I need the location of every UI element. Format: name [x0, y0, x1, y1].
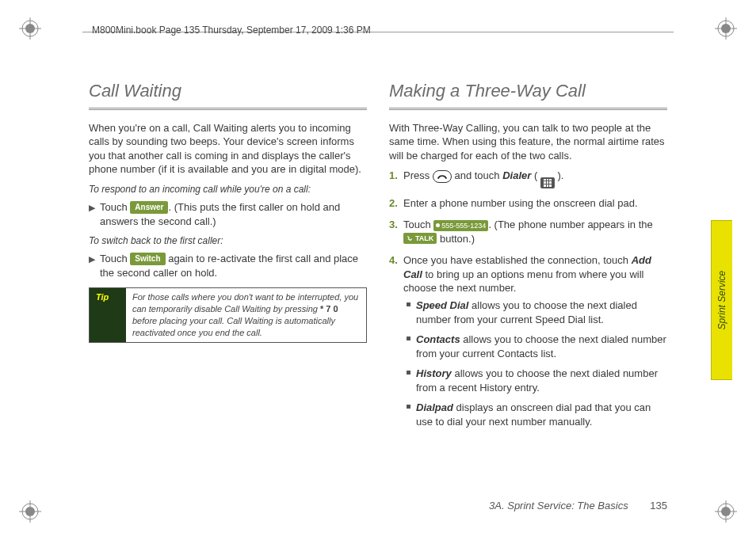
text: Touch: [403, 219, 433, 230]
options-list: Speed Dial allows you to choose the next…: [407, 299, 667, 428]
tip-text: For those calls where you don't want to …: [126, 288, 366, 341]
bullet-answer: ▶ Touch Answer. (This puts the first cal…: [89, 200, 367, 228]
left-column: Call Waiting When you're on a call, Call…: [89, 79, 367, 488]
option-dialpad: Dialpad displays an onscreen dial pad th…: [407, 401, 667, 428]
arrow-icon: ▶: [89, 252, 100, 280]
option-speed-dial: Speed Dial allows you to choose the next…: [407, 299, 667, 326]
text: Touch: [100, 253, 130, 264]
dial-number-button-graphic: 555-555-1234: [433, 220, 488, 231]
footer-section: 3A. Sprint Service: The Basics: [489, 500, 628, 511]
crop-mark-icon: [19, 17, 41, 40]
crop-mark-icon: [715, 500, 737, 523]
option-label: History: [416, 367, 452, 379]
text: ).: [555, 169, 564, 181]
bullet-body: Touch Switch again to re-activate the fi…: [100, 252, 367, 280]
talk-button-graphic: TALK: [403, 233, 437, 244]
tip-code: * 7 0: [320, 304, 338, 314]
section-heading-call-waiting: Call Waiting: [89, 79, 367, 103]
three-way-intro: With Three-Way Calling, you can talk to …: [389, 121, 667, 163]
subhead-respond: To respond to an incoming call while you…: [89, 183, 367, 196]
text: before placing your call. Call Waiting i…: [132, 316, 335, 337]
heading-rule: [89, 108, 367, 110]
text: Press: [403, 169, 433, 181]
option-label: Dialpad: [416, 401, 453, 413]
dialer-label: Dialer: [502, 169, 531, 181]
option-label: Speed Dial: [416, 299, 468, 311]
text: and touch: [452, 169, 502, 181]
side-tab: Sprint Service: [711, 220, 732, 380]
crop-mark-icon: [715, 17, 737, 40]
text: to bring up an options menu from where y…: [403, 268, 644, 295]
steps-list: Press and touch Dialer ( ). Enter a phon…: [389, 169, 667, 428]
side-tab-label: Sprint Service: [716, 271, 728, 330]
section-heading-three-way: Making a Three-Way Call: [389, 79, 667, 103]
sample-number: 555-555-1234: [441, 221, 486, 230]
bullet-switch: ▶ Touch Switch again to re-activate the …: [89, 252, 367, 280]
text: . (The phone number appears in the: [488, 219, 652, 230]
tip-box: Tip For those calls where you don't want…: [89, 287, 367, 342]
page-number: 135: [650, 500, 667, 511]
text: Once you have established the connection…: [403, 254, 632, 266]
option-history: History allows you to choose the next di…: [407, 367, 667, 394]
option-label: Contacts: [416, 333, 460, 345]
arrow-icon: ▶: [89, 200, 100, 228]
crop-mark-icon: [19, 500, 41, 523]
tip-label: Tip: [90, 288, 126, 341]
call-waiting-intro: When you're on a call, Call Waiting aler…: [89, 121, 367, 177]
step-4: Once you have established the connection…: [389, 253, 667, 428]
text: button.): [437, 233, 475, 245]
switch-button-graphic: Switch: [130, 253, 165, 265]
page-body: Call Waiting When you're on a call, Call…: [89, 79, 667, 488]
talk-key-icon: [433, 170, 452, 183]
right-column: Making a Three-Way Call With Three-Way C…: [389, 79, 667, 488]
step-2: Enter a phone number using the onscreen …: [389, 196, 667, 211]
text: (: [531, 169, 540, 181]
step-3: Touch 555-555-1234. (The phone number ap…: [389, 218, 667, 245]
subhead-switch: To switch back to the first caller:: [89, 234, 367, 247]
talk-label: TALK: [415, 234, 433, 243]
step-1: Press and touch Dialer ( ).: [389, 169, 667, 188]
option-text: allows you to choose the next dialed num…: [416, 367, 658, 394]
header-filename: M800Mini.book Page 135 Thursday, Septemb…: [92, 24, 371, 36]
text: Touch: [100, 201, 130, 213]
option-contacts: Contacts allows you to choose the next d…: [407, 333, 667, 360]
dialpad-icon: [540, 177, 555, 188]
answer-button-graphic: Answer: [130, 201, 168, 214]
heading-rule: [389, 108, 667, 110]
page-footer: 3A. Sprint Service: The Basics 135: [489, 499, 667, 513]
bullet-body: Touch Answer. (This puts the first calle…: [100, 200, 367, 228]
dot-icon: [436, 223, 440, 227]
